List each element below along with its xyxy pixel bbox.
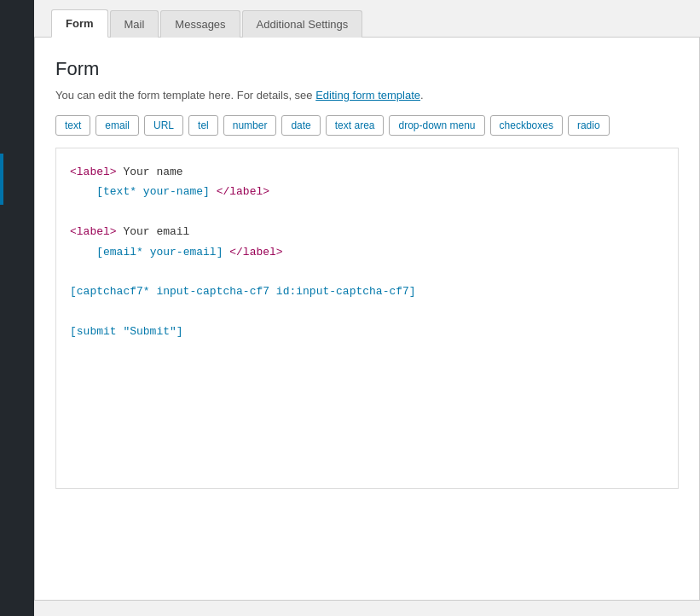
tag-btn-email[interactable]: email (95, 115, 139, 136)
tag-btn-radio[interactable]: radio (568, 115, 610, 136)
tag-btn-checkboxes[interactable]: checkboxes (490, 115, 563, 136)
form-panel-title: Form (55, 58, 679, 80)
tag-btn-text[interactable]: text (55, 115, 90, 136)
tab-additional-settings[interactable]: Additional Settings (242, 10, 363, 38)
main-content: Form Mail Messages Additional Settings F… (34, 0, 700, 616)
tag-buttons-container: text email URL tel number date text area… (55, 115, 679, 136)
editing-form-template-link[interactable]: Editing form template (315, 89, 420, 102)
tag-btn-url[interactable]: URL (144, 115, 183, 136)
form-description: You can edit the form template here. For… (55, 89, 679, 102)
tag-btn-tel[interactable]: tel (188, 115, 218, 136)
tab-bar: Form Mail Messages Additional Settings (34, 0, 700, 38)
tag-btn-dropdown[interactable]: drop-down menu (389, 115, 484, 136)
tag-btn-textarea[interactable]: text area (326, 115, 385, 136)
code-editor[interactable]: <label> Your name [text* your-name] </la… (55, 148, 679, 489)
tab-form[interactable]: Form (51, 9, 108, 38)
form-panel: Form You can edit the form template here… (34, 38, 700, 601)
tab-mail[interactable]: Mail (110, 10, 159, 38)
form-description-suffix: . (420, 89, 424, 102)
tag-btn-date[interactable]: date (281, 115, 320, 136)
form-description-prefix: You can edit the form template here. For… (55, 89, 315, 102)
tag-btn-number[interactable]: number (223, 115, 277, 136)
sidebar (0, 0, 34, 616)
tab-messages[interactable]: Messages (160, 10, 240, 38)
sidebar-accent (0, 154, 3, 205)
